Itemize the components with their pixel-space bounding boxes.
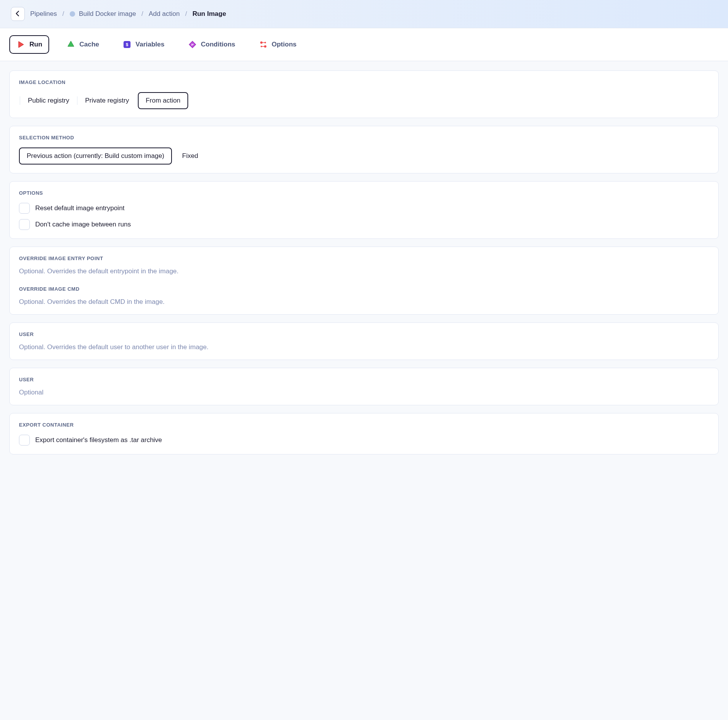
tab-label: Run	[29, 41, 42, 48]
tabs-bar: Run Cache $ Variables IF Conditions Opti…	[0, 28, 728, 61]
back-button[interactable]	[11, 7, 25, 21]
tab-label: Options	[272, 41, 297, 48]
svg-text:IF: IF	[191, 43, 194, 46]
tab-cache[interactable]: Cache	[60, 36, 105, 53]
reset-entrypoint-row: Reset default image entrypoint	[19, 203, 709, 214]
header: Pipelines / Build Docker image / Add act…	[0, 0, 728, 28]
export-checkbox[interactable]	[19, 435, 30, 446]
override-cmd-input[interactable]: Optional. Overrides the default CMD in t…	[19, 298, 709, 306]
chevron-left-icon	[15, 10, 20, 18]
panel-title: EXPORT CONTAINER	[19, 422, 709, 428]
pipeline-status-icon	[70, 11, 75, 17]
override-entry-group: OVERRIDE IMAGE ENTRY POINT Optional. Ove…	[19, 255, 709, 275]
svg-text:$: $	[126, 42, 128, 47]
previous-action-option[interactable]: Previous action (currently: Build custom…	[19, 147, 172, 165]
fixed-option[interactable]: Fixed	[175, 148, 205, 164]
breadcrumb-separator: /	[185, 10, 187, 18]
options-icon	[259, 40, 268, 49]
options-panel: OPTIONS Reset default image entrypoint D…	[9, 181, 719, 239]
checkbox-label: Don't cache image between runs	[35, 221, 131, 228]
dont-cache-checkbox[interactable]	[19, 219, 30, 230]
dont-cache-row: Don't cache image between runs	[19, 219, 709, 230]
private-registry-option[interactable]: Private registry	[78, 93, 136, 108]
selection-method-panel: SELECTION METHOD Previous action (curren…	[9, 126, 719, 173]
play-icon	[16, 40, 26, 49]
checkbox-label: Export container's filesystem as .tar ar…	[35, 436, 162, 444]
user-input-2[interactable]: Optional	[19, 389, 709, 396]
field-label: USER	[19, 331, 709, 337]
content-area: IMAGE LOCATION Public registry Private r…	[0, 61, 728, 464]
segment-separator	[77, 96, 77, 105]
breadcrumb-build-docker[interactable]: Build Docker image	[70, 10, 136, 18]
breadcrumb: Pipelines / Build Docker image / Add act…	[30, 10, 226, 18]
user-input[interactable]: Optional. Overrides the default user to …	[19, 343, 709, 351]
selection-method-segmented: Previous action (currently: Build custom…	[19, 147, 709, 165]
user-panel-1: USER Optional. Overrides the default use…	[9, 322, 719, 360]
tab-label: Cache	[79, 41, 99, 48]
field-label: OVERRIDE IMAGE ENTRY POINT	[19, 255, 709, 261]
tab-options[interactable]: Options	[252, 36, 303, 53]
image-location-segmented: Public registry Private registry From ac…	[19, 92, 709, 109]
checkbox-label: Reset default image entrypoint	[35, 204, 125, 212]
breadcrumb-run-image: Run Image	[192, 10, 226, 18]
public-registry-option[interactable]: Public registry	[21, 93, 76, 108]
override-entry-input[interactable]: Optional. Overrides the default entrypoi…	[19, 267, 709, 275]
cache-icon	[66, 40, 76, 49]
panel-title: SELECTION METHOD	[19, 135, 709, 141]
tab-variables[interactable]: $ Variables	[116, 36, 171, 53]
field-label: USER	[19, 377, 709, 382]
breadcrumb-separator: /	[141, 10, 143, 18]
override-cmd-group: OVERRIDE IMAGE CMD Optional. Overrides t…	[19, 286, 709, 306]
breadcrumb-separator: /	[62, 10, 64, 18]
breadcrumb-label: Build Docker image	[79, 10, 136, 18]
breadcrumb-add-action[interactable]: Add action	[149, 10, 180, 18]
segment-separator	[137, 96, 137, 105]
export-container-panel: EXPORT CONTAINER Export container's file…	[9, 413, 719, 454]
conditions-icon: IF	[188, 40, 197, 49]
tab-conditions[interactable]: IF Conditions	[182, 36, 242, 53]
tab-label: Conditions	[201, 41, 235, 48]
tab-label: Variables	[136, 41, 165, 48]
panel-title: OPTIONS	[19, 190, 709, 196]
panel-title: IMAGE LOCATION	[19, 79, 709, 85]
variables-icon: $	[122, 40, 132, 49]
export-row: Export container's filesystem as .tar ar…	[19, 435, 709, 446]
user-panel-2: USER Optional	[9, 368, 719, 405]
image-location-panel: IMAGE LOCATION Public registry Private r…	[9, 70, 719, 118]
breadcrumb-pipelines[interactable]: Pipelines	[30, 10, 57, 18]
segment-separator	[20, 96, 20, 105]
tab-run[interactable]: Run	[9, 35, 49, 54]
field-label: OVERRIDE IMAGE CMD	[19, 286, 709, 292]
from-action-option[interactable]: From action	[138, 92, 188, 109]
reset-entrypoint-checkbox[interactable]	[19, 203, 30, 214]
override-panel: OVERRIDE IMAGE ENTRY POINT Optional. Ove…	[9, 247, 719, 315]
